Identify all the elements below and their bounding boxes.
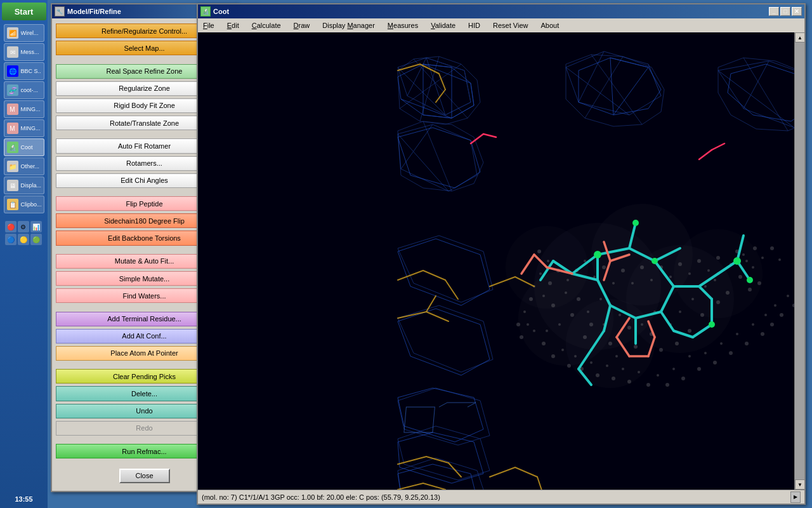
svg-point-112 (764, 314, 767, 316)
scroll-down-button[interactable]: ▼ (795, 479, 805, 490)
svg-point-85 (551, 354, 555, 358)
svg-point-75 (548, 281, 552, 285)
taskbar-item-clipboard[interactable]: 📋 Clipbo... (4, 196, 44, 213)
taskbar-small-icon-4[interactable]: 🔵 (5, 234, 16, 245)
coot-close-x[interactable]: ✕ (792, 7, 802, 16)
menu-display-manager[interactable]: Display Manager (320, 20, 377, 30)
svg-point-175 (652, 258, 658, 264)
svg-point-72 (752, 266, 754, 269)
ming2-icon: M (7, 123, 18, 134)
svg-point-104 (704, 352, 707, 354)
svg-point-139 (584, 260, 586, 262)
start-button[interactable]: Start (2, 3, 46, 20)
svg-point-93 (612, 377, 615, 380)
coot-title-text: Coot (213, 8, 229, 15)
svg-point-110 (752, 323, 754, 326)
menu-edit[interactable]: Edit (225, 20, 242, 30)
svg-point-126 (669, 276, 672, 278)
taskbar-label-mess: Mess... (21, 49, 39, 55)
bbc-icon: 🌐 (7, 65, 18, 77)
menu-reset-view[interactable]: Reset View (490, 20, 530, 30)
model-window-title-area: 🔧 Model/Fit/Refine (55, 6, 121, 17)
svg-point-92 (606, 364, 608, 367)
svg-point-54 (641, 323, 643, 326)
taskbar-small-icon-3[interactable]: 📊 (30, 221, 42, 232)
taskbar: Start 📶 Wirel... ✉ Mess... 🌐 BBC S... 🧬 … (0, 0, 48, 508)
svg-point-53 (634, 345, 638, 349)
svg-point-138 (778, 258, 781, 261)
svg-point-41 (558, 323, 561, 326)
ming1-icon: M (7, 104, 18, 115)
taskbar-small-icon-1[interactable]: 🔴 (5, 221, 16, 232)
taskbar-small-icon-2[interactable]: ⚙ (18, 221, 29, 232)
svg-point-106 (720, 342, 723, 345)
menu-file[interactable]: File (200, 20, 217, 30)
taskbar-item-coot-small[interactable]: 🧬 coot-... (4, 81, 44, 99)
svg-point-136 (761, 257, 764, 259)
menu-measures[interactable]: Measures (385, 20, 421, 30)
svg-point-94 (622, 368, 624, 370)
svg-point-99 (665, 383, 669, 387)
taskbar-item-ming1[interactable]: M MING... (4, 100, 44, 118)
svg-point-42 (577, 297, 580, 301)
scroll-up-button[interactable]: ▲ (795, 32, 805, 43)
svg-point-97 (646, 383, 650, 387)
svg-point-81 (520, 335, 523, 339)
taskbar-item-mess[interactable]: ✉ Mess... (4, 43, 44, 61)
svg-point-69 (738, 275, 742, 279)
taskbar-small-icon-5[interactable]: 🟡 (18, 234, 29, 245)
svg-point-103 (697, 367, 701, 371)
coot-minimize[interactable]: _ (769, 7, 779, 16)
coot-icon: 🔬 (200, 6, 211, 17)
model-close-button[interactable]: Close (119, 469, 170, 483)
svg-point-79 (516, 323, 520, 326)
svg-point-87 (567, 364, 571, 368)
statusbar-scroll-button[interactable]: ▶ (790, 491, 801, 503)
taskbar-item-wireless[interactable]: 📶 Wirel... (4, 24, 44, 42)
taskbar-item-display[interactable]: 🖥 Displa... (4, 177, 44, 194)
taskbar-small-icon-6[interactable]: 🟢 (30, 234, 42, 245)
coot-maximize[interactable]: □ (780, 7, 790, 16)
svg-point-121 (621, 269, 625, 272)
svg-point-108 (736, 333, 738, 335)
svg-point-88 (574, 355, 577, 358)
molecule-canvas (198, 32, 804, 490)
svg-point-129 (697, 259, 701, 263)
svg-point-90 (590, 361, 593, 364)
taskbar-item-ming2[interactable]: M MING... (4, 119, 44, 137)
menu-calculate[interactable]: Calculate (249, 20, 284, 30)
taskbar-time: 13:55 (0, 495, 48, 503)
svg-point-176 (733, 257, 741, 265)
menu-validate[interactable]: Validate (428, 20, 458, 30)
mess-icon: ✉ (7, 46, 18, 58)
svg-point-127 (678, 262, 682, 266)
menu-draw[interactable]: Draw (291, 20, 313, 30)
svg-point-177 (747, 277, 753, 283)
menu-hid[interactable]: HID (466, 20, 483, 30)
coot-scrollbar: ▲ ▼ (794, 32, 804, 490)
wireless-icon: 📶 (7, 27, 18, 39)
svg-point-57 (659, 348, 663, 352)
other-icon: 📁 (7, 161, 18, 172)
svg-point-74 (539, 272, 542, 275)
taskbar-item-coot-active[interactable]: 🔬 Coot (4, 138, 44, 156)
svg-point-43 (587, 311, 589, 313)
svg-point-49 (608, 342, 612, 345)
svg-point-65 (716, 300, 720, 304)
coot-viewport[interactable] (198, 32, 804, 490)
scroll-track[interactable] (795, 43, 804, 479)
svg-point-141 (566, 279, 569, 281)
taskbar-item-bbc[interactable]: 🌐 BBC S... (4, 62, 44, 80)
svg-point-98 (657, 374, 659, 377)
svg-point-100 (672, 368, 675, 370)
coot-title-area: 🔬 Coot (200, 6, 229, 17)
svg-point-113 (770, 323, 774, 326)
taskbar-item-other[interactable]: 📁 Other... (4, 157, 44, 175)
coot-active-icon: 🔬 (7, 142, 18, 153)
taskbar-label-ming1: MING... (21, 106, 41, 112)
menu-about[interactable]: About (539, 20, 562, 30)
svg-point-174 (594, 251, 601, 258)
coot-menubar: File Edit Calculate Draw Display Manager… (198, 18, 804, 32)
svg-point-66 (714, 279, 716, 281)
svg-point-84 (546, 330, 548, 332)
